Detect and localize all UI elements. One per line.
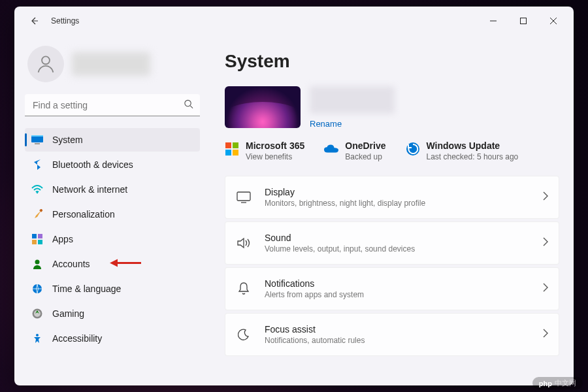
sidebar-item-personalization[interactable]: Personalization — [25, 203, 200, 226]
card-text: Sound Volume levels, output, input, soun… — [265, 233, 530, 253]
quick-text: Microsoft 365 View benefits — [246, 140, 304, 161]
svg-rect-24 — [233, 142, 238, 148]
card-text: Focus assist Notifications, automatic ru… — [265, 324, 530, 345]
svg-rect-1 — [521, 18, 527, 24]
chevron-right-icon — [543, 191, 548, 203]
clock-globe-icon — [31, 283, 43, 295]
paintbrush-icon — [31, 208, 43, 220]
card-text: Display Monitors, brightness, night ligh… — [265, 187, 530, 208]
rename-link[interactable]: Rename — [310, 119, 395, 129]
quick-links-row: Microsoft 365 View benefits OneDrive Bac… — [225, 140, 559, 161]
svg-point-16 — [35, 260, 40, 265]
sidebar-item-label: Time & language — [52, 284, 121, 294]
profile-block[interactable] — [27, 46, 200, 82]
quick-onedrive[interactable]: OneDrive Backed up — [324, 140, 385, 161]
card-notifications[interactable]: Notifications Alerts from apps and syste… — [225, 267, 559, 310]
main-panel[interactable]: System Rename Microsoft 365 View benefit… — [210, 35, 574, 385]
svg-rect-12 — [32, 234, 37, 238]
quick-sub: View benefits — [246, 152, 304, 161]
gaming-icon — [31, 308, 43, 319]
sidebar-item-label: Personalization — [52, 209, 115, 220]
svg-rect-25 — [225, 150, 231, 155]
settings-cards: Display Monitors, brightness, night ligh… — [225, 176, 559, 356]
sidebar-item-label: Network & internet — [52, 184, 127, 195]
close-button[interactable] — [538, 10, 568, 31]
device-row: Rename — [225, 86, 559, 129]
card-sub: Volume levels, output, input, sound devi… — [265, 244, 530, 253]
quick-text: OneDrive Backed up — [345, 140, 385, 161]
search-input[interactable] — [25, 94, 200, 116]
apps-icon — [31, 233, 43, 245]
sound-icon — [236, 235, 252, 251]
avatar — [27, 46, 64, 82]
svg-rect-8 — [31, 135, 43, 137]
person-icon — [35, 53, 57, 75]
svg-rect-13 — [38, 234, 42, 238]
card-display[interactable]: Display Monitors, brightness, night ligh… — [225, 176, 559, 219]
sidebar-item-accessibility[interactable]: Accessibility — [25, 327, 200, 350]
card-sub: Monitors, brightness, night light, displ… — [265, 199, 530, 208]
profile-name-redacted — [72, 52, 150, 76]
sidebar-item-network[interactable]: Network & internet — [25, 178, 200, 201]
svg-rect-15 — [38, 240, 42, 244]
card-sub: Alerts from apps and system — [265, 290, 530, 299]
svg-rect-23 — [225, 142, 231, 148]
svg-point-10 — [37, 192, 38, 193]
svg-rect-14 — [32, 240, 37, 244]
content: System Bluetooth & devices Network & int… — [14, 35, 574, 385]
card-title: Focus assist — [265, 324, 530, 335]
device-name-redacted — [310, 86, 395, 114]
page-title: System — [225, 51, 559, 72]
onedrive-icon — [324, 142, 338, 156]
sidebar-item-gaming[interactable]: Gaming — [25, 302, 200, 325]
card-sound[interactable]: Sound Volume levels, output, input, soun… — [225, 221, 559, 265]
svg-line-6 — [190, 106, 193, 108]
watermark-text: 中文网 — [555, 378, 576, 388]
card-sub: Notifications, automatic rules — [265, 336, 530, 345]
search-box — [25, 94, 200, 116]
sidebar-item-accounts[interactable]: Accounts — [25, 252, 200, 276]
search-icon — [184, 99, 193, 112]
quick-m365[interactable]: Microsoft 365 View benefits — [225, 140, 304, 161]
svg-rect-28 — [237, 192, 250, 201]
quick-update[interactable]: Windows Update Last checked: 5 hours ago — [406, 140, 519, 161]
moon-icon — [236, 327, 252, 342]
device-thumbnail[interactable] — [225, 86, 301, 128]
display-icon — [236, 189, 252, 205]
sidebar-item-label: Gaming — [52, 308, 84, 319]
sidebar-item-bluetooth[interactable]: Bluetooth & devices — [25, 153, 200, 176]
close-icon — [550, 18, 557, 24]
sidebar-item-time[interactable]: Time & language — [25, 277, 200, 301]
watermark-brand: php — [539, 380, 552, 387]
microsoft-365-icon — [225, 142, 239, 156]
card-title: Notifications — [265, 278, 530, 289]
settings-window: Settings Syste — [14, 7, 574, 385]
bluetooth-icon — [31, 159, 43, 171]
chevron-right-icon — [543, 237, 548, 249]
quick-sub: Last checked: 5 hours ago — [427, 152, 519, 161]
system-icon — [31, 134, 43, 146]
quick-title: OneDrive — [345, 140, 385, 151]
sidebar-item-label: Bluetooth & devices — [52, 159, 133, 170]
sidebar-item-label: Apps — [52, 234, 73, 244]
quick-text: Windows Update Last checked: 5 hours ago — [427, 140, 519, 161]
wifi-icon — [31, 184, 43, 195]
window-controls — [478, 10, 568, 31]
card-focus[interactable]: Focus assist Notifications, automatic ru… — [225, 313, 559, 356]
quick-sub: Backed up — [345, 152, 385, 161]
watermark: php 中文网 — [532, 377, 583, 389]
minimize-button[interactable] — [478, 10, 508, 31]
minimize-icon — [490, 18, 497, 24]
maximize-button[interactable] — [508, 10, 538, 31]
sidebar-item-system[interactable]: System — [25, 128, 200, 152]
back-button[interactable] — [24, 10, 44, 31]
device-info: Rename — [310, 86, 395, 129]
card-title: Display — [265, 187, 530, 197]
svg-rect-26 — [233, 150, 238, 155]
accessibility-icon — [31, 333, 43, 344]
titlebar: Settings — [14, 7, 574, 35]
sidebar-item-label: Accessibility — [52, 333, 102, 344]
sidebar-item-apps[interactable]: Apps — [25, 227, 200, 251]
annotation-arrow — [110, 258, 141, 270]
window-title: Settings — [51, 16, 79, 25]
